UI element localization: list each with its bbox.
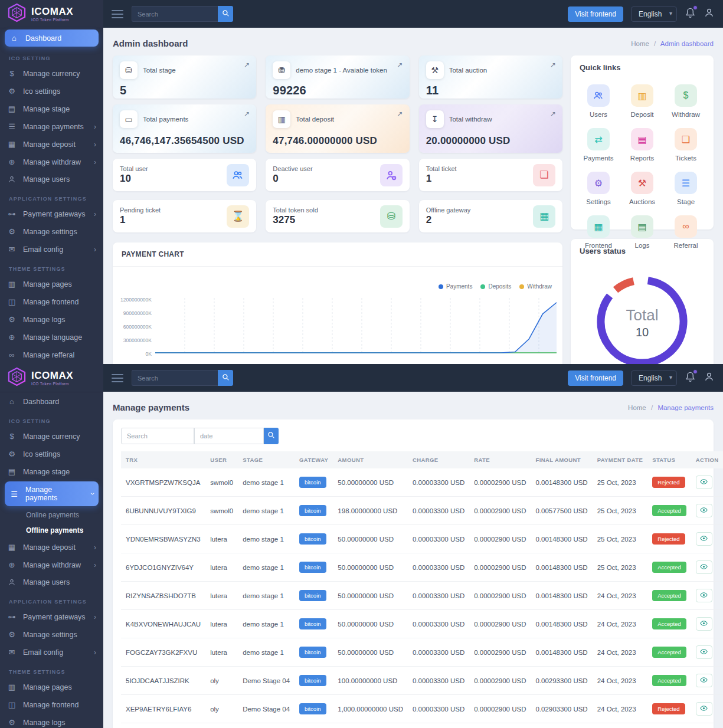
table-date-input[interactable] bbox=[194, 428, 264, 444]
menu-toggle-icon[interactable] bbox=[112, 372, 123, 385]
language-select[interactable]: English bbox=[631, 370, 677, 386]
open-link-arrow-icon[interactable]: ↗ bbox=[550, 110, 556, 118]
view-payment-button[interactable] bbox=[696, 645, 712, 659]
open-link-arrow-icon[interactable]: ↗ bbox=[550, 61, 556, 69]
mail-icon: ✉ bbox=[7, 648, 17, 657]
chevron-icon: › bbox=[94, 210, 96, 218]
legend-item-payments[interactable]: Payments bbox=[439, 283, 472, 290]
sidebar-item-manage-withdraw[interactable]: ⊕Manage withdraw› bbox=[0, 556, 103, 573]
view-payment-button[interactable] bbox=[696, 560, 712, 574]
stat-cards-row2: Pending ticket1⌛Total token sold3275⛁Off… bbox=[113, 200, 562, 232]
gear-icon: ⚙ bbox=[7, 718, 17, 727]
quick-link-frontend[interactable]: ▦Frontend bbox=[577, 215, 620, 249]
view-payment-button[interactable] bbox=[696, 476, 712, 489]
sidebar-item-manage-frontend[interactable]: ◫Manage frontend bbox=[0, 293, 103, 310]
sidebar-item-dashboard[interactable]: ⌂Dashboard bbox=[5, 29, 99, 47]
open-link-arrow-icon[interactable]: ↗ bbox=[397, 110, 403, 118]
quick-link-auctions[interactable]: ⚒Auctions bbox=[620, 172, 664, 205]
quick-link-stage[interactable]: ☰Stage bbox=[664, 172, 708, 205]
dashboard-main: Admin dashboard Home / Admin dashboard ⛁… bbox=[103, 28, 723, 364]
quick-link-settings[interactable]: ⚙Settings bbox=[577, 172, 620, 205]
sidebar-item-manage-settings[interactable]: ⚙Manage settings bbox=[0, 223, 103, 240]
sidebar-subitem-online-payments[interactable]: Online payments bbox=[0, 507, 103, 523]
sidebar-item-manage-currency[interactable]: $Manage currency bbox=[0, 428, 103, 445]
table-search-button[interactable] bbox=[264, 428, 279, 444]
brand-logo[interactable]: ICOMAX ICO Token Platform bbox=[0, 0, 103, 28]
card-value: 5 bbox=[120, 84, 249, 97]
sidebar-section-ico-setting: ICO SETTING bbox=[0, 411, 103, 427]
topbar-search-input[interactable] bbox=[132, 6, 218, 22]
brand-logo[interactable]: ICOMAX ICO Token Platform bbox=[0, 364, 103, 392]
sidebar-item-manage-currency[interactable]: $Manage currency bbox=[0, 65, 103, 82]
sidebar-item-manage-deposit[interactable]: ▦Manage deposit› bbox=[0, 539, 103, 556]
sidebar-item-manage-users[interactable]: Manage users bbox=[0, 171, 103, 188]
language-select[interactable]: English bbox=[631, 6, 677, 22]
quick-link-tickets[interactable]: ❏Tickets bbox=[664, 128, 708, 162]
notifications-button[interactable] bbox=[685, 371, 696, 385]
chart-legend: PaymentsDepositsWithdraw bbox=[113, 267, 562, 293]
sidebar-item-manage-payments[interactable]: ☰Manage payments› bbox=[0, 118, 103, 135]
view-payment-button[interactable] bbox=[696, 702, 712, 716]
card-value: 11 bbox=[426, 84, 555, 97]
visit-frontend-button[interactable]: Visit frontend bbox=[568, 370, 623, 386]
sidebar-item-manage-logs[interactable]: ⚙Manage logs bbox=[0, 311, 103, 328]
notifications-button[interactable] bbox=[685, 7, 696, 21]
visit-frontend-button[interactable]: Visit frontend bbox=[568, 6, 623, 22]
quick-link-deposit[interactable]: ▥Deposit bbox=[620, 84, 664, 118]
sidebar-item-manage-stage[interactable]: ▤Manage stage bbox=[0, 463, 103, 480]
quick-link-reports[interactable]: ▤Reports bbox=[620, 128, 664, 162]
sidebar-item-manage-payments[interactable]: ☰Manage payments› bbox=[5, 481, 99, 506]
sidebar-item-ico-settings[interactable]: ⚙Ico settings bbox=[0, 83, 103, 100]
sidebar-item-manage-stage[interactable]: ▤Manage stage bbox=[0, 100, 103, 117]
sidebar-item-email-config[interactable]: ✉Email config› bbox=[0, 241, 103, 258]
sidebar-item-dashboard[interactable]: ⌂Dashboard bbox=[0, 393, 103, 410]
sidebar-item-label: Manage stage bbox=[23, 105, 70, 113]
breadcrumb-home-link[interactable]: Home bbox=[631, 40, 649, 47]
open-link-arrow-icon[interactable]: ↗ bbox=[244, 61, 250, 69]
sidebar-item-manage-deposit[interactable]: ▦Manage deposit› bbox=[0, 136, 103, 153]
topbar-search-button[interactable] bbox=[218, 6, 233, 22]
view-payment-button[interactable] bbox=[696, 532, 712, 546]
view-payment-button[interactable] bbox=[696, 674, 712, 687]
ticket-icon: ❏ bbox=[675, 128, 697, 150]
sidebar-item-manage-frontend[interactable]: ◫Manage frontend bbox=[0, 696, 103, 713]
sidebar-item-manage-pages[interactable]: ▥Manage pages bbox=[0, 678, 103, 696]
sidebar-item-payment-gateways[interactable]: ⊶Payment gateways› bbox=[0, 205, 103, 222]
sidebar-item-manage-users[interactable]: Manage users bbox=[0, 574, 103, 591]
topbar-search-button[interactable] bbox=[218, 370, 233, 386]
view-payment-button[interactable] bbox=[696, 589, 712, 602]
sidebar-item-label: Manage withdraw bbox=[23, 561, 81, 569]
quick-link-users[interactable]: Users bbox=[577, 84, 620, 118]
stat-card-deactive-user: Deactive user0 bbox=[266, 159, 409, 191]
sidebar-item-manage-settings[interactable]: ⚙Manage settings bbox=[0, 626, 103, 643]
sidebar-subitem-offline-payments[interactable]: Offline payments bbox=[0, 523, 103, 538]
quick-link-referral[interactable]: ∞Referral bbox=[664, 215, 708, 249]
sidebar-item-payment-gateways[interactable]: ⊶Payment gateways› bbox=[0, 608, 103, 625]
profile-button[interactable] bbox=[704, 371, 715, 385]
sidebar-item-manage-language[interactable]: ⊕Manage language bbox=[0, 329, 103, 346]
sidebar-item-email-config[interactable]: ✉Email config› bbox=[0, 644, 103, 661]
quick-link-logs[interactable]: ▤Logs bbox=[620, 215, 664, 249]
open-link-arrow-icon[interactable]: ↗ bbox=[244, 110, 250, 118]
sidebar-item-ico-settings[interactable]: ⚙Ico settings bbox=[0, 445, 103, 463]
open-link-arrow-icon[interactable]: ↗ bbox=[397, 61, 403, 69]
breadcrumb-home-link[interactable]: Home bbox=[628, 404, 646, 411]
quick-links-title: Quick links bbox=[571, 55, 714, 80]
quick-link-withdraw[interactable]: $Withdraw bbox=[664, 84, 708, 118]
legend-item-deposits[interactable]: Deposits bbox=[480, 283, 511, 290]
sidebar-item-manage-pages[interactable]: ▥Manage pages bbox=[0, 276, 103, 293]
quick-link-payments[interactable]: ⇄Payments bbox=[577, 128, 620, 162]
sidebar-item-manage-refferal[interactable]: ∞Manage refferal bbox=[0, 346, 103, 363]
profile-button[interactable] bbox=[704, 7, 715, 21]
sidebar-item-manage-logs[interactable]: ⚙Manage logs bbox=[0, 714, 103, 728]
sidebar-item-label: Manage users bbox=[23, 175, 70, 183]
sidebar-item-manage-withdraw[interactable]: ⊕Manage withdraw› bbox=[0, 153, 103, 170]
sidebar: ICOMAX ICO Token Platform ⌂DashboardICO … bbox=[0, 0, 103, 364]
legend-item-withdraw[interactable]: Withdraw bbox=[519, 283, 552, 290]
table-search-input[interactable] bbox=[121, 428, 194, 444]
view-payment-button[interactable] bbox=[696, 504, 712, 517]
menu-toggle-icon[interactable] bbox=[112, 8, 123, 21]
breadcrumb: Home / Manage payments bbox=[628, 404, 714, 411]
view-payment-button[interactable] bbox=[696, 617, 712, 631]
topbar-search-input[interactable] bbox=[132, 370, 218, 386]
